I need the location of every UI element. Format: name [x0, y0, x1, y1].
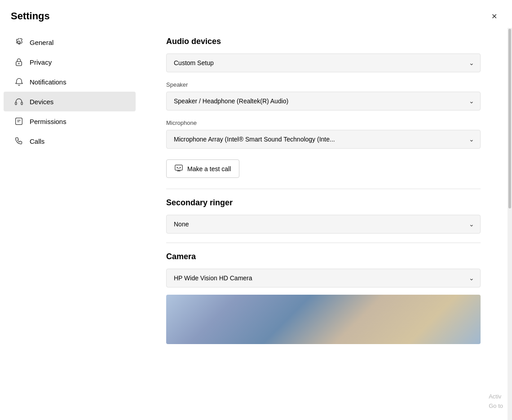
sidebar-label-devices: Devices — [30, 98, 53, 106]
scrollbar-thumb[interactable] — [508, 29, 511, 208]
test-call-icon — [175, 164, 183, 173]
sidebar: General Privacy — [0, 28, 139, 420]
sidebar-item-privacy[interactable]: Privacy — [4, 52, 136, 72]
title-bar: Settings ✕ — [0, 0, 512, 28]
svg-point-1 — [18, 63, 20, 64]
sidebar-label-calls: Calls — [30, 137, 44, 145]
divider-2 — [166, 243, 481, 243]
close-button[interactable]: ✕ — [487, 9, 501, 23]
sidebar-item-permissions[interactable]: Permissions — [4, 111, 136, 131]
secondary-ringer-title: Secondary ringer — [166, 198, 481, 208]
svg-rect-2 — [15, 102, 17, 105]
speaker-section: Speaker Speaker / Headphone (Realtek(R) … — [166, 81, 481, 111]
sidebar-item-calls[interactable]: Calls — [4, 131, 136, 151]
bell-icon — [14, 77, 23, 86]
camera-section: Camera HP Wide Vision HD Camera ⌄ — [166, 252, 481, 344]
sidebar-label-notifications: Notifications — [30, 78, 66, 86]
sidebar-label-permissions: Permissions — [30, 118, 66, 125]
audio-devices-section: Audio devices Custom Setup ⌄ — [166, 37, 481, 72]
main-content: Audio devices Custom Setup ⌄ Speaker Spe… — [139, 28, 508, 420]
speaker-select[interactable]: Speaker / Headphone (Realtek(R) Audio) — [166, 92, 481, 111]
audio-devices-title: Audio devices — [166, 37, 481, 46]
secondary-ringer-dropdown-wrapper: None ⌄ — [166, 215, 481, 234]
headphone-icon — [14, 97, 23, 106]
gear-icon — [14, 38, 23, 47]
watermark: Activ Go to — [489, 392, 503, 411]
camera-select[interactable]: HP Wide Vision HD Camera — [166, 269, 481, 287]
audio-device-select[interactable]: Custom Setup — [166, 53, 481, 72]
test-call-label: Make a test call — [187, 165, 231, 172]
badge-icon — [14, 117, 23, 126]
svg-rect-3 — [21, 102, 22, 105]
speaker-dropdown-wrapper: Speaker / Headphone (Realtek(R) Audio) ⌄ — [166, 92, 481, 111]
settings-window: Settings ✕ General — [0, 0, 512, 420]
microphone-section: Microphone Microphone Array (Intel® Smar… — [166, 119, 481, 149]
content-area: General Privacy — [0, 28, 512, 420]
svg-rect-4 — [16, 118, 22, 125]
lock-icon — [14, 57, 23, 66]
test-call-button[interactable]: Make a test call — [166, 159, 239, 178]
divider-1 — [166, 189, 481, 189]
sidebar-label-privacy: Privacy — [30, 58, 52, 66]
scrollbar[interactable] — [508, 28, 512, 420]
secondary-ringer-section: Secondary ringer None ⌄ — [166, 198, 481, 234]
audio-device-dropdown-wrapper: Custom Setup ⌄ — [166, 53, 481, 72]
sidebar-item-general[interactable]: General — [4, 32, 136, 52]
sidebar-item-devices[interactable]: Devices — [4, 92, 136, 111]
camera-preview — [166, 295, 481, 344]
sidebar-label-general: General — [30, 39, 53, 46]
microphone-dropdown-wrapper: Microphone Array (Intel® Smart Sound Tec… — [166, 130, 481, 149]
microphone-label: Microphone — [166, 119, 481, 126]
microphone-select[interactable]: Microphone Array (Intel® Smart Sound Tec… — [166, 130, 481, 149]
window-title: Settings — [11, 10, 50, 22]
secondary-ringer-select[interactable]: None — [166, 215, 481, 234]
svg-rect-5 — [175, 165, 182, 170]
sidebar-item-notifications[interactable]: Notifications — [4, 72, 136, 92]
camera-title: Camera — [166, 252, 481, 261]
speaker-label: Speaker — [166, 81, 481, 88]
phone-icon — [14, 137, 23, 146]
camera-dropdown-wrapper: HP Wide Vision HD Camera ⌄ — [166, 269, 481, 287]
